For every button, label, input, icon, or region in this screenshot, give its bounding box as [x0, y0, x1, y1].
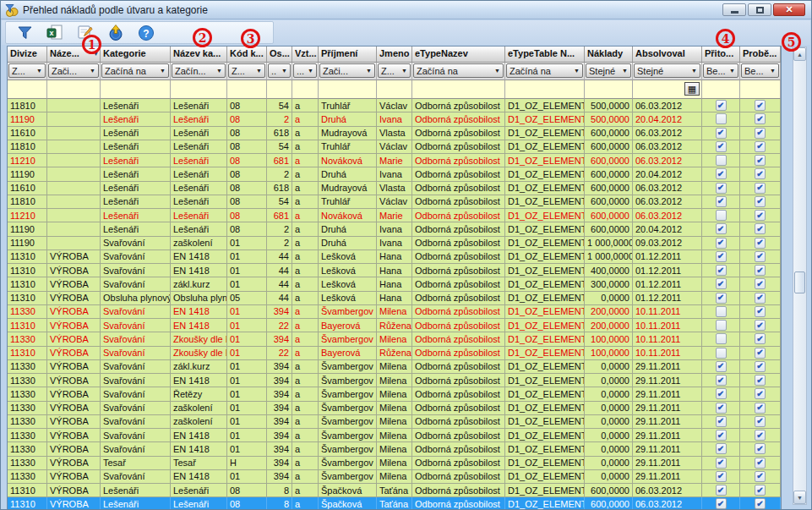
checkbox-pritomen-unchecked[interactable]	[716, 306, 727, 317]
checkbox-pritomen-checked[interactable]: ✔	[716, 183, 727, 194]
filter-input-etypenazev[interactable]	[412, 80, 505, 99]
checkbox-probehlo-checked[interactable]: ✔	[755, 320, 766, 331]
checkbox-probehlo-checked[interactable]: ✔	[755, 361, 766, 372]
table-row[interactable]: 11330VÝROBASvařovánízákl.kurz01394aŠvamb…	[8, 360, 781, 374]
checkbox-probehlo-checked[interactable]: ✔	[755, 430, 766, 441]
table-row[interactable]: 11310VÝROBASvařováníEN 14180144aLeškováH…	[8, 250, 781, 264]
table-row[interactable]: 11330VÝROBASvařováníZkoušky dle E01394aŠ…	[8, 332, 781, 346]
filter-input-kod-kategorie[interactable]	[227, 80, 267, 99]
checkbox-pritomen-checked[interactable]: ✔	[716, 265, 727, 276]
filter-input-osoba[interactable]	[267, 80, 292, 99]
filter-input-vztah[interactable]	[292, 80, 319, 99]
checkbox-probehlo-checked[interactable]: ✔	[755, 141, 766, 152]
filter-input-probehlo[interactable]	[740, 80, 781, 99]
column-header-naklady[interactable]: Náklady	[585, 47, 633, 63]
checkbox-pritomen-checked[interactable]: ✔	[716, 485, 727, 496]
table-row[interactable]: 11330VÝROBASvařováníEN 141801394aŠvamber…	[8, 429, 781, 442]
checkbox-pritomen-checked[interactable]: ✔	[716, 471, 727, 482]
help-button[interactable]: ?	[135, 23, 157, 43]
table-row[interactable]: 11330VÝROBASvařováníEN 141801394aŠvamber…	[8, 470, 781, 484]
table-row[interactable]: 11210LešenářiLešenáři08681aNovákováMarie…	[8, 209, 781, 222]
checkbox-probehlo-checked[interactable]: ✔	[755, 168, 766, 179]
checkbox-probehlo-checked[interactable]: ✔	[755, 416, 766, 427]
checkbox-pritomen-checked[interactable]: ✔	[716, 388, 727, 399]
scrollbar-thumb[interactable]	[794, 271, 805, 293]
table-row[interactable]: 11610LešenářiLešenáři08618aMudrayováVlas…	[8, 182, 781, 195]
checkbox-probehlo-checked[interactable]: ✔	[755, 265, 766, 276]
checkbox-pritomen-checked[interactable]: ✔	[716, 293, 727, 304]
table-row[interactable]: 11330VÝROBASvařovánízaškolení01394aŠvamb…	[8, 402, 781, 415]
checkbox-pritomen-unchecked[interactable]	[716, 320, 727, 331]
table-row[interactable]: 11310VÝROBALešenářiLešenáři088aŠpačkováT…	[8, 497, 781, 510]
checkbox-probehlo-checked[interactable]: ✔	[755, 238, 766, 249]
table-row[interactable]: 11330VÝROBASvařováníEN 141801394aŠvamber…	[8, 442, 781, 456]
checkbox-probehlo-checked[interactable]: ✔	[755, 306, 766, 317]
table-row[interactable]: 11310VÝROBASvařovánízákl.kurz0144aLeškov…	[8, 277, 781, 291]
checkbox-pritomen-checked[interactable]: ✔	[716, 238, 727, 249]
filter-operator-combo-nazev[interactable]: Zači...▼	[48, 63, 99, 78]
checkbox-pritomen-unchecked[interactable]	[716, 348, 727, 359]
checkbox-probehlo-checked[interactable]: ✔	[755, 348, 766, 359]
checkbox-probehlo-checked[interactable]: ✔	[755, 278, 766, 289]
filter-operator-combo-kod-kategorie[interactable]: Z...▼	[228, 63, 265, 78]
checkbox-pritomen-checked[interactable]: ✔	[716, 498, 727, 509]
column-header-kategorie[interactable]: Kategorie	[101, 47, 171, 63]
checkbox-probehlo-checked[interactable]: ✔	[755, 293, 766, 304]
column-header-absolvoval[interactable]: Absolvoval	[633, 47, 702, 63]
checkbox-probehlo-checked[interactable]: ✔	[755, 498, 766, 509]
table-row[interactable]: 11190LešenářiLešenáři082aDruháIvanaOdbor…	[8, 167, 781, 181]
table-row[interactable]: 11310VÝROBASvařováníZkoušky dle E0122aBa…	[8, 347, 781, 360]
filter-operator-combo-pritomen[interactable]: Be...▼	[703, 63, 738, 78]
checkbox-pritomen-checked[interactable]: ✔	[716, 251, 727, 262]
filter-operator-combo-jmeno[interactable]: Z...▼	[378, 63, 411, 78]
checkbox-pritomen-unchecked[interactable]	[716, 113, 727, 124]
checkbox-pritomen-checked[interactable]: ✔	[716, 168, 727, 179]
filter-input-prijmeni[interactable]	[319, 80, 377, 99]
table-row[interactable]: 11210LešenářiLešenáři08681aNovákováMarie…	[8, 154, 781, 167]
filter-operator-combo-etypetable[interactable]: Začíná na▼	[506, 63, 583, 78]
checkbox-pritomen-checked[interactable]: ✔	[716, 100, 727, 111]
checkbox-pritomen-checked[interactable]: ✔	[716, 278, 727, 289]
table-row[interactable]: 11310VÝROBASvařováníEN 14180122aBayerová…	[8, 319, 781, 332]
checkbox-pritomen-checked[interactable]: ✔	[716, 403, 727, 414]
table-row[interactable]: 11330VÝROBASvařováníŘetězy01394aŠvamberg…	[8, 387, 781, 401]
filter-operator-combo-osoba[interactable]: ..▼	[268, 63, 291, 78]
table-row[interactable]: 11810LešenářiLešenáři0854aTruhlářVáclavO…	[8, 140, 781, 154]
filter-input-naklady[interactable]	[585, 80, 633, 99]
table-row[interactable]: 11330VÝROBASvařovánízaškolení01394aŠvamb…	[8, 415, 781, 429]
checkbox-probehlo-checked[interactable]: ✔	[755, 100, 766, 111]
filter-input-etypetable[interactable]	[505, 80, 585, 99]
vertical-scrollbar[interactable]: ▲ ▼	[793, 47, 807, 505]
checkbox-probehlo-checked[interactable]: ✔	[755, 155, 766, 166]
filter-operator-combo-etypenazev[interactable]: Začíná na▼	[413, 63, 504, 78]
column-header-jmeno[interactable]: Jmeno	[377, 47, 412, 63]
filter-input-absolvoval[interactable]: ▦	[633, 80, 702, 99]
checkbox-probehlo-checked[interactable]: ✔	[755, 403, 766, 414]
refresh-button[interactable]	[105, 23, 127, 43]
filter-operator-combo-nazev-kategorie[interactable]: Začín...▼	[172, 63, 226, 78]
table-row[interactable]: 11810LešenářiLešenáři0854aTruhlářVáclavO…	[8, 195, 781, 209]
filter-input-kategorie[interactable]	[101, 80, 171, 99]
checkbox-probehlo-checked[interactable]: ✔	[755, 251, 766, 262]
column-header-vztah[interactable]: Vzt...	[292, 47, 319, 63]
filter-button[interactable]	[14, 23, 35, 43]
checkbox-probehlo-checked[interactable]: ✔	[755, 485, 766, 496]
column-header-osoba[interactable]: Os...	[267, 47, 292, 63]
excel-export-button[interactable]: x	[44, 23, 66, 43]
filter-operator-combo-naklady[interactable]: Stejné▼	[586, 63, 631, 78]
minimize-button[interactable]	[722, 3, 746, 16]
table-row[interactable]: 11810LešenářiLešenáři0854aTruhlářVáclavO…	[8, 99, 781, 112]
checkbox-pritomen-checked[interactable]: ✔	[716, 375, 727, 386]
filter-input-pritomen[interactable]	[702, 80, 740, 99]
column-header-kod-kategorie[interactable]: Kód k...	[227, 47, 267, 63]
table-row[interactable]: 11330VÝROBATesařTesařH394aŠvambergovMile…	[8, 457, 781, 470]
table-row[interactable]: 11190LešenářiLešenáři082aDruháIvanaOdbor…	[8, 112, 781, 126]
checkbox-probehlo-checked[interactable]: ✔	[755, 443, 766, 454]
table-row[interactable]: 11310VÝROBALešenářiLešenáři088aŠpačkováT…	[8, 484, 781, 497]
filter-operator-combo-kategorie[interactable]: Začíná na▼	[101, 63, 169, 78]
filter-operator-combo-vztah[interactable]: ...▼	[293, 63, 317, 78]
filter-input-nazev[interactable]	[47, 80, 101, 99]
checkbox-pritomen-unchecked[interactable]	[716, 210, 727, 221]
table-row[interactable]: 11330VÝROBASvařováníEN 141801394aŠvamber…	[8, 374, 781, 387]
table-row[interactable]: 11310VÝROBAObsluha plynovýObsluha plyn05…	[8, 292, 781, 305]
